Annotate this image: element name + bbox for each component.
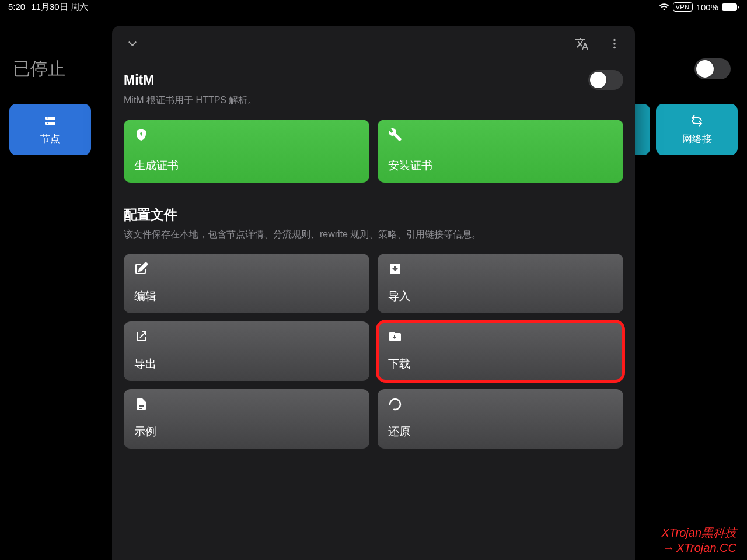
status-time: 5:20 (8, 2, 25, 13)
svg-point-2 (47, 117, 48, 118)
card-label: 编辑 (134, 289, 359, 304)
mitm-desc: MitM 根证书用于 HTTPS 解析。 (124, 94, 623, 107)
settings-panel: MitM MitM 根证书用于 HTTPS 解析。 生成证书 安装证书 配置文件… (112, 26, 635, 560)
card-label: 还原 (388, 424, 613, 439)
export-icon (134, 330, 148, 344)
svg-rect-0 (45, 117, 55, 120)
download-button[interactable]: 下载 (378, 321, 623, 381)
config-title: 配置文件 (124, 206, 623, 224)
svg-rect-1 (45, 122, 55, 125)
import-icon (388, 262, 402, 276)
file-icon (134, 397, 148, 411)
more-button[interactable] (606, 35, 623, 52)
card-label: 导出 (134, 356, 359, 372)
network-icon (690, 114, 704, 128)
sample-button[interactable]: 示例 (124, 389, 369, 449)
folder-download-icon (388, 330, 402, 344)
mitm-title: MitM (124, 72, 154, 88)
battery-pct: 100% (696, 2, 718, 12)
reset-button[interactable]: 还原 (378, 389, 623, 449)
generate-cert-button[interactable]: 生成证书 (124, 120, 369, 183)
card-label: 安装证书 (388, 158, 613, 173)
page-title: 已停止 (13, 57, 65, 81)
svg-point-3 (47, 123, 48, 124)
mitm-toggle[interactable] (588, 70, 623, 90)
card-label: 下载 (388, 356, 613, 372)
status-date: 11月30日 周六 (31, 2, 88, 13)
wifi-icon (659, 3, 669, 11)
card-label: 导入 (388, 289, 613, 304)
svg-point-5 (613, 39, 616, 41)
export-button[interactable]: 导出 (124, 321, 369, 381)
status-bar: 5:20 11月30日 周六 VPN 100% (0, 0, 747, 14)
collapse-button[interactable] (124, 35, 141, 52)
tab-label: 网络接 (682, 132, 712, 146)
import-button[interactable]: 导入 (378, 254, 623, 313)
tab-network[interactable]: 网络接 (656, 104, 738, 155)
reset-icon (388, 397, 402, 411)
card-label: 生成证书 (134, 158, 359, 173)
vpn-badge: VPN (673, 2, 693, 12)
translate-button[interactable] (573, 35, 591, 52)
config-desc: 该文件保存在本地，包含节点详情、分流规则、rewrite 规则、策略、引用链接等… (124, 229, 623, 241)
server-icon (43, 114, 57, 128)
svg-point-7 (613, 47, 616, 49)
shield-key-icon (134, 128, 148, 142)
tab-nodes[interactable]: 节点 (9, 104, 91, 155)
battery-icon (722, 4, 739, 11)
svg-point-6 (613, 43, 616, 45)
edit-button[interactable]: 编辑 (124, 254, 369, 313)
wrench-icon (388, 128, 402, 142)
edit-icon (134, 262, 148, 276)
main-toggle[interactable] (694, 58, 731, 79)
install-cert-button[interactable]: 安装证书 (378, 120, 623, 183)
card-label: 示例 (134, 424, 359, 439)
tab-label: 节点 (40, 132, 60, 146)
